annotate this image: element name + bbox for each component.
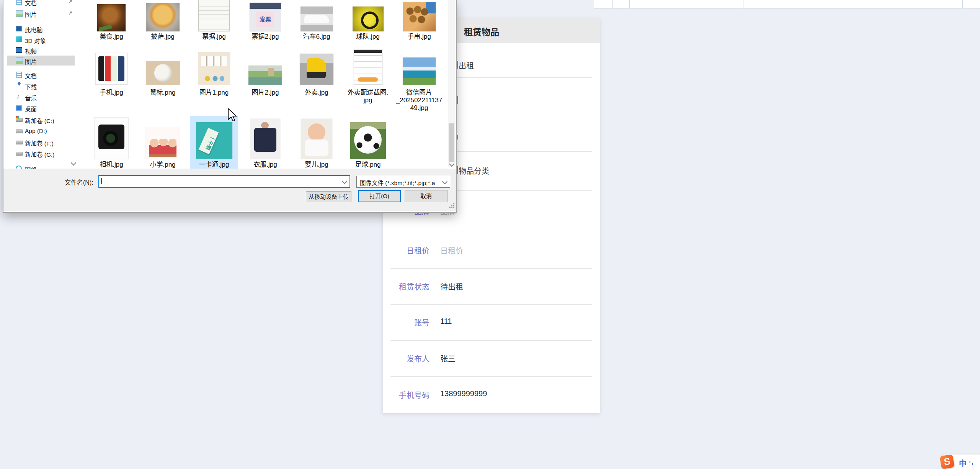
thumbnail-pizza xyxy=(146,3,180,31)
file-name-label: 票据2.jpg xyxy=(240,33,291,41)
mouse-cursor-icon xyxy=(227,108,239,121)
sidebar-item-label: 桌面 xyxy=(25,105,37,113)
ime-toolbar[interactable]: S 中 ·, xyxy=(942,454,980,469)
panel-field-value: 出租 xyxy=(459,60,477,70)
sidebar-item-视频[interactable]: 视频 xyxy=(7,45,75,55)
cancel-button[interactable]: 取消 xyxy=(405,190,448,202)
sidebar-item-下载[interactable]: 下载 xyxy=(7,81,75,91)
panel-field-value: 张三 xyxy=(440,353,456,364)
sidebar-item-label: 图片 xyxy=(25,57,37,66)
panel-field-label: 发布人 xyxy=(383,353,430,364)
thumbnail-receipt xyxy=(198,0,230,31)
upload-from-mobile-button[interactable]: 从移动设备上传 xyxy=(306,191,351,202)
field-separator xyxy=(390,340,592,341)
field-separator xyxy=(390,376,592,377)
thumbnail-receipt2 xyxy=(250,3,281,31)
documents-icon xyxy=(16,72,22,78)
thumbnail-delivery xyxy=(300,54,333,85)
file-name-label: 手串.jpg xyxy=(394,33,445,41)
file-list-scroll-down-icon[interactable] xyxy=(450,162,454,166)
panel-field-value: 物品分类 xyxy=(459,165,493,175)
file-name-label: 婴儿.jpg xyxy=(291,161,342,169)
thumbnail-phone xyxy=(95,53,127,85)
sidebar-item-新加卷 (G:)[interactable]: 新加卷 (G:) xyxy=(7,148,75,158)
sidebar-item-音乐[interactable]: 音乐 xyxy=(7,92,75,102)
file-name-label: 一卡通.jpg xyxy=(188,161,240,169)
sidebar-scroll-down-icon[interactable] xyxy=(72,161,75,165)
sidebar-item-label: 新加卷 (F:) xyxy=(25,139,54,147)
drive-windows-icon xyxy=(16,118,23,122)
panel-field-row: 发布人张三 xyxy=(383,353,600,364)
file-name-label: 相机.jpg xyxy=(86,161,137,169)
thumbnail-mouse xyxy=(146,61,180,85)
drive-icon xyxy=(16,130,23,133)
computer-icon xyxy=(16,26,22,31)
sidebar-item-新加卷 (C:)[interactable]: 新加卷 (C:) xyxy=(7,115,75,125)
sidebar-item-label: 新加卷 (G:) xyxy=(25,150,55,158)
chevron-down-icon xyxy=(442,179,448,184)
file-name-label: jpg xyxy=(342,97,394,104)
ime-language-indicator[interactable]: 中 xyxy=(959,458,967,469)
file-name-label: 外卖.jpg xyxy=(291,89,342,97)
sidebar-item-label: 3D 对象 xyxy=(25,36,46,44)
sidebar-item-文档[interactable]: 文档 xyxy=(7,70,75,80)
text-caret xyxy=(101,178,102,184)
sidebar-item-App (D:)[interactable]: App (D:) xyxy=(7,126,75,136)
thumbnail-appshot xyxy=(354,49,382,85)
sidebar-item-图片-selected[interactable]: 图片 xyxy=(7,56,75,66)
sidebar-item-label: 此电脑 xyxy=(25,25,43,34)
file-type-select[interactable]: 图像文件 (*.xbm;*.tif;*.pjp;*.a xyxy=(356,176,450,188)
filename-dropdown-icon[interactable] xyxy=(342,179,347,184)
table-cell-border xyxy=(743,0,743,8)
sidebar-item-图片[interactable]: 图片 xyxy=(7,8,75,18)
panel-field-label: 日租价 xyxy=(383,245,430,256)
panel-field-row: 手机号码13899999999 xyxy=(383,389,600,401)
filename-input[interactable] xyxy=(98,175,350,188)
thumbnail-food xyxy=(97,4,126,31)
thumbnail-campus xyxy=(248,66,282,85)
scrollbar-thumb[interactable] xyxy=(449,123,454,162)
drive-icon xyxy=(16,152,23,156)
music-icon xyxy=(16,94,22,100)
documents-icon xyxy=(16,0,22,5)
file-name-label: 足球.png xyxy=(342,161,394,169)
field-separator xyxy=(390,231,592,231)
panel-field-value: 13899999999 xyxy=(440,389,487,398)
thumbnail-soccer xyxy=(350,122,386,159)
table-cell-border xyxy=(612,0,613,8)
thumbnail-clothes xyxy=(250,119,280,159)
pin-icon xyxy=(68,10,73,16)
file-name-label: 手机.jpg xyxy=(86,89,137,97)
file-type-value: 图像文件 (*.xbm;*.tif;*.pjp;*.a xyxy=(360,178,440,187)
panel-field-label: 手机号码 xyxy=(383,389,430,400)
panel-field-row: 日租价日租价 xyxy=(383,245,600,256)
resize-grip[interactable] xyxy=(449,202,455,208)
open-button[interactable]: 打开(O) xyxy=(358,190,401,202)
file-name-label: 图片2.jpg xyxy=(240,89,291,97)
file-list-scrollbar[interactable] xyxy=(448,0,455,167)
sogou-logo-icon[interactable]: S xyxy=(940,454,955,469)
file-name-label: 小学.png xyxy=(137,161,188,169)
thumbnail-gallery xyxy=(198,52,230,85)
sidebar-item-label: 音乐 xyxy=(25,93,37,102)
file-open-dialog: 文档图片此电脑3D 对象视频图片文档下载音乐桌面新加卷 (C:)App (D:)… xyxy=(3,0,457,213)
sidebar-item-3D 对象[interactable]: 3D 对象 xyxy=(7,34,75,44)
sidebar-item-新加卷 (F:)[interactable]: 新加卷 (F:) xyxy=(7,137,75,147)
sidebar-item-桌面[interactable]: 桌面 xyxy=(7,103,75,113)
sidebar-item-label: 下载 xyxy=(25,82,37,91)
field-separator xyxy=(390,268,592,269)
sidebar-item-文档[interactable]: 文档 xyxy=(7,0,75,7)
sidebar-item-此电脑[interactable]: 此电脑 xyxy=(7,24,75,34)
sidebar-item-label: 图片 xyxy=(25,10,37,18)
file-name-label: 微信图片 xyxy=(394,89,445,97)
thumbnail-team xyxy=(353,7,384,31)
objects3d-icon xyxy=(16,36,22,42)
file-name-label: _202502211137 xyxy=(394,97,445,104)
thumbnail-kids xyxy=(146,127,180,159)
ime-punctuation-indicator[interactable]: ·, xyxy=(969,458,973,466)
file-name-label: 球队.jpg xyxy=(342,33,394,41)
drive-icon xyxy=(16,141,23,144)
pin-icon xyxy=(68,0,73,4)
videos-icon xyxy=(16,47,22,53)
panel-field-placeholder: 日租价 xyxy=(440,245,463,256)
